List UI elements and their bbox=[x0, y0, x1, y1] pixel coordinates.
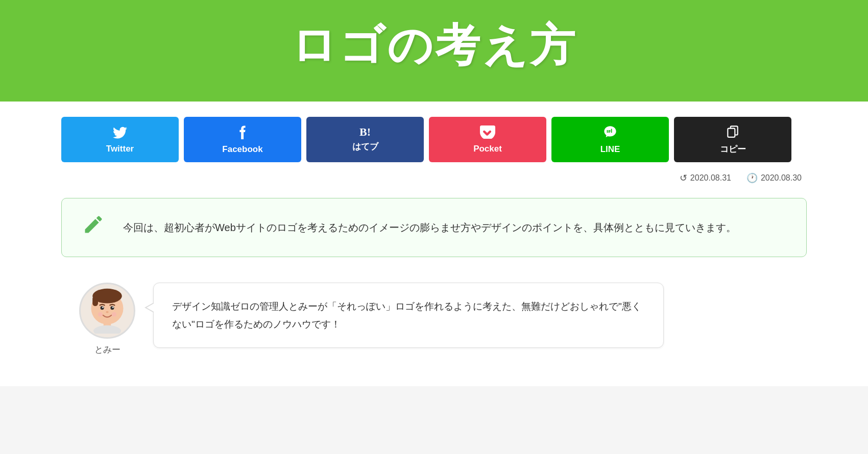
copy-share-button[interactable]: コピー bbox=[674, 117, 791, 162]
svg-rect-1 bbox=[728, 129, 735, 137]
facebook-label: Facebook bbox=[222, 144, 262, 155]
updated-icon: ↺ bbox=[680, 172, 687, 184]
line-label: LINE bbox=[600, 144, 620, 155]
line-share-button[interactable]: LINE bbox=[551, 117, 669, 162]
svg-rect-4 bbox=[92, 296, 98, 306]
chat-section: とみー デザイン知識ゼロの管理人とみーが「それっぽい」ロゴを作れるように考えた、… bbox=[61, 283, 807, 356]
facebook-share-button[interactable]: Facebook bbox=[184, 117, 301, 162]
svg-point-11 bbox=[112, 312, 116, 317]
avatar-label: とみー bbox=[94, 344, 120, 356]
date-row: ↺ 2020.08.31 🕐 2020.08.30 bbox=[61, 172, 807, 184]
pencil-icon bbox=[82, 213, 105, 242]
svg-point-13 bbox=[93, 325, 121, 334]
updated-date-value: 2020.08.31 bbox=[690, 173, 731, 183]
clock-icon: 🕐 bbox=[746, 172, 758, 184]
page-content: Twitter Facebook B! はてブ Pocket bbox=[0, 102, 868, 386]
copy-icon bbox=[726, 124, 739, 140]
hatena-share-button[interactable]: B! はてブ bbox=[306, 117, 424, 162]
speech-bubble-wrap: デザイン知識ゼロの管理人とみーが「それっぽい」ロゴを作れるように考えた、無難だけ… bbox=[153, 283, 664, 348]
speech-bubble: デザイン知識ゼロの管理人とみーが「それっぽい」ロゴを作れるように考えた、無難だけ… bbox=[153, 283, 664, 348]
copy-label: コピー bbox=[720, 143, 746, 155]
twitter-label: Twitter bbox=[106, 144, 134, 154]
hatena-icon: B! bbox=[359, 127, 371, 138]
published-date-value: 2020.08.30 bbox=[761, 173, 802, 183]
svg-point-9 bbox=[106, 311, 108, 313]
share-buttons: Twitter Facebook B! はてブ Pocket bbox=[61, 117, 807, 162]
twitter-share-button[interactable]: Twitter bbox=[61, 117, 179, 162]
pocket-share-button[interactable]: Pocket bbox=[429, 117, 546, 162]
line-icon bbox=[602, 125, 618, 141]
svg-point-6 bbox=[110, 306, 114, 310]
avatar-wrap: とみー bbox=[77, 283, 138, 356]
avatar bbox=[79, 283, 135, 339]
hatena-label: はてブ bbox=[352, 141, 378, 153]
twitter-icon bbox=[113, 125, 127, 141]
summary-box: 今回は、超初心者がWebサイトのロゴを考えるためのイメージの膨らませ方やデザイン… bbox=[61, 198, 807, 257]
published-date: 🕐 2020.08.30 bbox=[746, 172, 802, 184]
updated-date: ↺ 2020.08.31 bbox=[680, 172, 731, 184]
svg-point-7 bbox=[102, 307, 104, 308]
pocket-icon bbox=[480, 125, 495, 141]
facebook-icon bbox=[238, 125, 247, 141]
summary-text: 今回は、超初心者がWebサイトのロゴを考えるためのイメージの膨らませ方やデザイン… bbox=[123, 218, 781, 237]
svg-point-5 bbox=[101, 306, 104, 310]
page-title: ロゴの考え方 bbox=[10, 15, 858, 76]
hero-banner: ロゴの考え方 bbox=[0, 0, 868, 102]
chat-message: デザイン知識ゼロの管理人とみーが「それっぽい」ロゴを作れるように考えた、無難だけ… bbox=[172, 297, 645, 333]
svg-point-8 bbox=[112, 307, 114, 308]
pocket-label: Pocket bbox=[473, 144, 502, 154]
svg-point-10 bbox=[98, 312, 103, 317]
